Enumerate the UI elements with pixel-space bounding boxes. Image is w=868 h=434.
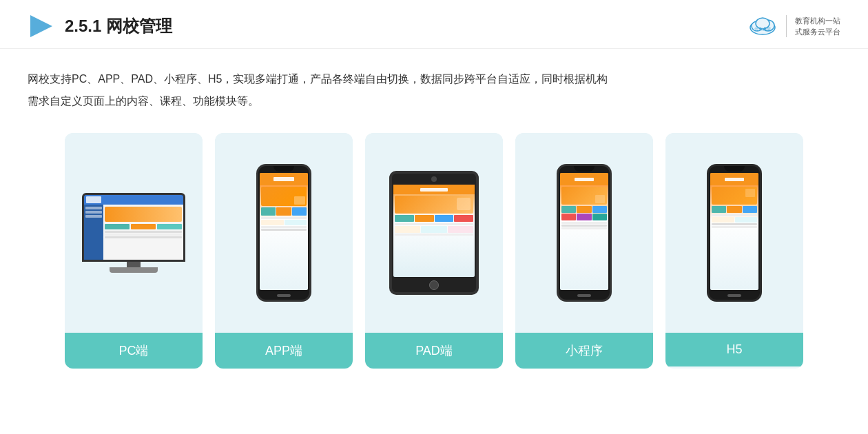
tablet-camera	[431, 176, 437, 182]
card-pad-image	[365, 133, 503, 333]
header-right: 云朵课堂 教育机构一站 式服务云平台	[747, 14, 840, 39]
svg-marker-0	[30, 15, 52, 37]
pc-screen	[82, 193, 185, 262]
card-pc: PC端	[65, 133, 203, 369]
miniprogram-mockup	[557, 164, 612, 302]
brand-tagline: 教育机构一站 式服务云平台	[795, 15, 840, 38]
h5-mockup	[707, 164, 762, 302]
description-text: 网校支持PC、APP、PAD、小程序、H5，实现多端打通，产品各终端自由切换，数…	[0, 49, 868, 119]
svg-text:云朵课堂: 云朵课堂	[754, 27, 771, 31]
card-miniprogram: 小程序	[515, 133, 653, 369]
miniprogram-home	[577, 294, 591, 297]
h5-home	[727, 294, 741, 297]
card-h5-label: H5	[665, 333, 803, 366]
brand-divider	[786, 15, 787, 37]
card-app-label: APP端	[215, 333, 353, 369]
pc-neck	[127, 262, 141, 267]
header-left: 2.5.1 网校管理	[28, 12, 172, 40]
card-app-image	[215, 133, 353, 333]
brand-cloud-icon: 云朵课堂	[747, 14, 778, 39]
pad-mockup	[389, 171, 479, 295]
page-title: 2.5.1 网校管理	[65, 15, 172, 37]
card-miniprogram-label: 小程序	[515, 333, 653, 369]
brand-logo: 云朵课堂 教育机构一站 式服务云平台	[747, 14, 840, 39]
header: 2.5.1 网校管理 云朵课堂 教育机构一站 式服务云平台	[0, 0, 868, 49]
pc-mockup	[79, 193, 189, 273]
card-app: APP端	[215, 133, 353, 369]
card-h5-image	[665, 133, 803, 333]
pc-base	[110, 267, 158, 273]
tablet-home	[429, 280, 439, 290]
app-mockup	[256, 164, 311, 302]
logo-icon	[28, 12, 55, 40]
h5-notch	[724, 166, 745, 172]
phone-notch	[273, 166, 294, 172]
card-pad-label: PAD端	[365, 333, 503, 369]
phone-screen	[260, 173, 308, 290]
tablet-screen	[393, 185, 475, 277]
phone-home	[277, 294, 291, 297]
miniprogram-screen	[560, 173, 608, 290]
card-pc-label: PC端	[65, 333, 203, 369]
card-pad: PAD端	[365, 133, 503, 369]
card-h5: H5	[665, 133, 803, 369]
h5-screen	[710, 173, 758, 290]
card-pc-image	[65, 133, 203, 333]
platform-cards: PC端	[0, 119, 868, 382]
card-miniprogram-image	[515, 133, 653, 333]
miniprogram-notch	[574, 166, 595, 172]
